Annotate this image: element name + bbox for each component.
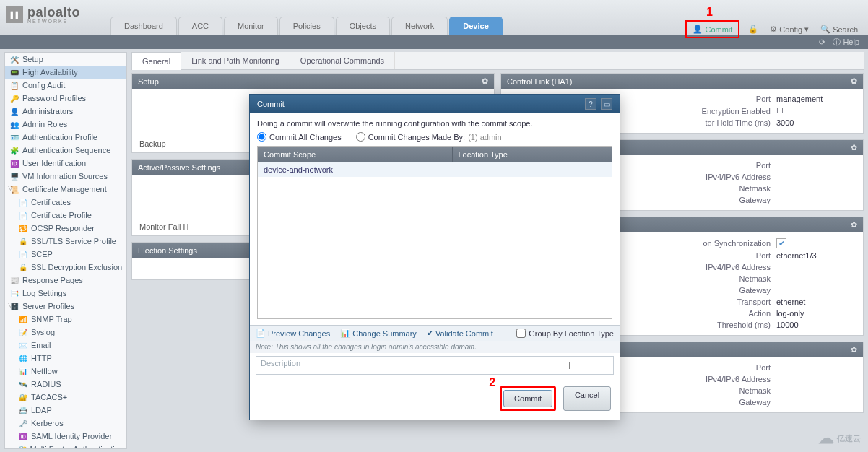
tree-toggle-icon[interactable]: ▽ [8, 301, 13, 308]
radio-all-changes[interactable]: Commit All Changes [257, 132, 342, 142]
tree-icon: 🆔 [18, 431, 28, 441]
sidebar-item-radius[interactable]: 🛰️RADIUS [5, 378, 126, 391]
sidebar-item-authentication-sequence[interactable]: 🧩Authentication Sequence [5, 144, 126, 157]
dialog-footer: 2 Commit Cancel [250, 381, 620, 420]
sidebar-item-ldap[interactable]: 📇LDAP [5, 404, 126, 417]
tab-dashboard[interactable]: Dashboard [110, 17, 177, 35]
tree-icon: 🔓 [18, 262, 28, 272]
gear-icon[interactable]: ✿ [851, 143, 857, 152]
kv-key: tor Hold Time (ms) [706, 118, 771, 127]
tab-network[interactable]: Network [391, 17, 448, 35]
sidebar-item-authentication-profile[interactable]: 🪪Authentication Profile [5, 131, 126, 144]
subtab-link-and-path-monitoring[interactable]: Link and Path Monitoring [181, 52, 290, 69]
refresh-icon[interactable]: ⟳ [819, 38, 825, 47]
preview-changes-link[interactable]: 📄Preview Changes [256, 329, 330, 338]
gear-icon[interactable]: ✿ [851, 220, 857, 230]
tab-acc[interactable]: ACC [178, 17, 222, 35]
description-input[interactable]: Description I [256, 356, 614, 375]
chevron-down-icon: ▾ [804, 25, 809, 34]
tree-icon: 🧩 [9, 145, 19, 155]
sidebar-item-label: Administrators [22, 107, 73, 116]
tree-icon: 👤 [9, 106, 19, 116]
lock-icon[interactable]: 🔓 [745, 23, 761, 35]
brand-name: paloalto [27, 5, 80, 20]
sidebar-item-snmp-trap[interactable]: 📶SNMP Trap [5, 313, 126, 326]
sidebar-item-tacacs-[interactable]: 🔐TACACS+ [5, 391, 126, 404]
config-menu[interactable]: ⚙ Config ▾ [767, 23, 812, 35]
radio-made-by[interactable]: Commit Changes Made By: (1) admin [356, 132, 502, 142]
validate-icon: ✔ [427, 329, 433, 338]
tree-icon: 📝 [18, 327, 28, 337]
sidebar-item-multi-factor-authentication[interactable]: 🔐Multi Factor Authentication [5, 443, 126, 449]
sidebar-item-ssl-tls-service-profile[interactable]: 🔒SSL/TLS Service Profile [5, 235, 126, 248]
sidebar-item-log-settings[interactable]: 📑Log Settings [5, 287, 126, 300]
cell-scope: device-and-network [258, 162, 453, 177]
tab-monitor[interactable]: Monitor [224, 17, 278, 35]
tab-policies[interactable]: Policies [279, 17, 334, 35]
tree-icon: 🌐 [18, 353, 28, 363]
change-summary-link[interactable]: 📊Change Summary [340, 329, 417, 338]
sidebar-item-response-pages[interactable]: 📰Response Pages [5, 274, 126, 287]
sidebar-item-syslog[interactable]: 📝Syslog [5, 326, 126, 339]
sidebar-item-netflow[interactable]: 📊Netflow [5, 365, 126, 378]
annotation-1: 1 [706, 6, 713, 19]
kv-key: Port [756, 95, 771, 103]
table-header: Commit Scope Location Type [258, 147, 612, 162]
radio-all-input[interactable] [257, 132, 266, 142]
sidebar-item-password-profiles[interactable]: 🔑Password Profiles [5, 92, 126, 105]
dialog-commit-button[interactable]: Commit [503, 390, 552, 407]
dialog-collapse-icon[interactable]: ▭ [601, 98, 612, 110]
radio-by-input[interactable] [356, 132, 365, 142]
tree-icon: 📄 [18, 210, 28, 220]
search-icon: 🔍 [820, 25, 830, 34]
sidebar-item-label: SAML Identity Provider [31, 432, 112, 440]
sidebar-item-server-profiles[interactable]: ▽🗄️Server Profiles [5, 300, 126, 313]
sidebar-item-http[interactable]: 🌐HTTP [5, 352, 126, 365]
table-row[interactable]: device-and-network [258, 162, 612, 177]
tab-objects[interactable]: Objects [336, 17, 390, 35]
kv-key: Action [748, 309, 771, 318]
tree-icon: 📊 [18, 366, 28, 376]
gear-icon[interactable]: ✿ [851, 77, 857, 86]
sidebar-item-admin-roles[interactable]: 👥Admin Roles [5, 118, 126, 131]
validate-commit-link[interactable]: ✔Validate Commit [427, 329, 493, 338]
dialog-title: Commit [257, 100, 285, 108]
kv-value: ☐ [776, 106, 856, 116]
sidebar-item-user-identification[interactable]: 🆔User Identification [5, 157, 126, 170]
group-by-location[interactable]: Group By Location Type [516, 329, 614, 338]
sidebar-item-config-audit[interactable]: 📋Config Audit [5, 79, 126, 92]
sidebar-item-high-availability[interactable]: 📟High Availability [5, 66, 126, 79]
sidebar-item-vm-information-sources[interactable]: 🖥️VM Information Sources [5, 170, 126, 183]
commit-button[interactable]: 👤 Commit [685, 20, 739, 38]
subtab-operational-commands[interactable]: Operational Commands [290, 52, 395, 69]
sidebar-item-certificate-management[interactable]: ▽📜Certificate Management [5, 183, 126, 196]
sidebar-item-saml-identity-provider[interactable]: 🆔SAML Identity Provider [5, 430, 126, 443]
sidebar-item-setup[interactable]: 🛠️Setup [5, 53, 126, 66]
sidebar-item-administrators[interactable]: 👤Administrators [5, 105, 126, 118]
gear-icon[interactable]: ✿ [851, 345, 857, 355]
sidebar-item-ocsp-responder[interactable]: 🔁OCSP Responder [5, 222, 126, 235]
dialog-help-icon[interactable]: ? [585, 98, 596, 110]
group-by-checkbox[interactable] [516, 329, 526, 338]
sidebar-item-email[interactable]: ✉️Email [5, 339, 126, 352]
kv-key: Gateway [739, 196, 771, 204]
sidebar-item-ssl-decryption-exclusion[interactable]: 🔓SSL Decryption Exclusion [5, 261, 126, 274]
tree-toggle-icon[interactable]: ▽ [8, 184, 13, 191]
gear-icon[interactable]: ✿ [482, 77, 488, 86]
sidebar-item-label: Log Settings [22, 289, 66, 297]
kv-key: on Synchronization [703, 239, 771, 248]
sidebar-item-scep[interactable]: 📄SCEP [5, 248, 126, 261]
sidebar-item-certificates[interactable]: 📄Certificates [5, 196, 126, 209]
subtab-general[interactable]: General [131, 52, 181, 70]
tree-icon: 📇 [18, 405, 28, 415]
description-placeholder: Description [261, 359, 300, 368]
tree-icon: 🪪 [9, 132, 19, 142]
sidebar-item-kerberos[interactable]: 🗝️Kerberos [5, 417, 126, 430]
dialog-cancel-button[interactable]: Cancel [563, 386, 611, 411]
tree-icon: 🆔 [9, 158, 19, 168]
sidebar-item-certificate-profile[interactable]: 📄Certificate Profile [5, 209, 126, 222]
tab-device[interactable]: Device [449, 17, 502, 35]
search-button[interactable]: 🔍 Search [817, 23, 861, 35]
app-header: ⫿⫿ paloalto NETWORKS DashboardACCMonitor… [0, 0, 868, 35]
sidebar-item-label: User Identification [22, 159, 86, 168]
